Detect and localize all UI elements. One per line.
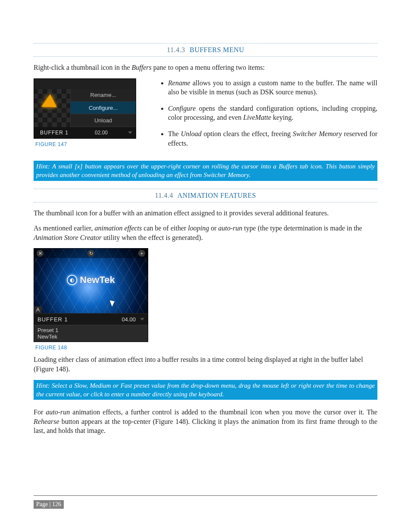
buffer-time[interactable]: 02.00: [75, 130, 128, 136]
buffer-label: BUFFER 1: [34, 130, 75, 136]
text: keying.: [271, 114, 293, 121]
text: For: [34, 408, 46, 416]
page-footer: Page | 126: [34, 500, 64, 509]
figure-148: ✕ ↻ + ◐ NewTek A BUFFER 1 04.00 Preset 1…: [34, 248, 148, 342]
section-heading-animation: 11.4.4 ANIMATION FEATURES: [34, 189, 377, 202]
text-em: auto-run: [46, 408, 70, 416]
text: button appears at the top-center (Figure…: [34, 418, 377, 435]
buffers-bullets: Rename allows you to assign a custom nam…: [156, 78, 377, 148]
buffer-label: BUFFER 1: [37, 316, 89, 323]
section-number: 11.4.3: [167, 46, 185, 53]
after-148: Loading either class of animation effect…: [34, 355, 377, 373]
fig147-top: [34, 79, 136, 89]
loop-icon[interactable]: ↻: [87, 250, 94, 257]
text-em: auto-run: [218, 224, 243, 232]
plus-icon[interactable]: +: [138, 250, 145, 257]
text: As mentioned earlier,: [34, 224, 95, 232]
hint-time-control: Hint: Select a Slow, Medium or Fast pres…: [34, 380, 377, 400]
text-em: Unload: [181, 130, 202, 137]
text: type (the type determination is made in …: [243, 224, 362, 232]
section-number: 11.4.4: [155, 192, 173, 199]
text-em: LiveMatte: [243, 114, 271, 121]
text: or: [209, 224, 218, 232]
autorun-paragraph: For auto-run animation effects, a furthe…: [34, 408, 377, 436]
footer-rule: [34, 495, 377, 496]
animation-thumbnail[interactable]: ✕ ↻ + ◐ NewTek A: [34, 249, 148, 313]
text: can be of either: [142, 224, 188, 232]
preset-line1: Preset 1: [37, 327, 144, 333]
anim-p1: The thumbnail icon for a buffer with an …: [34, 208, 377, 218]
text-em: animation effects: [95, 224, 142, 232]
figure-147: Rename... Configure... Unload BUFFER 1 0…: [34, 78, 136, 139]
brand-text: NewTek: [80, 274, 115, 286]
menu-unload[interactable]: Unload: [71, 114, 136, 127]
bullet-rename: Rename allows you to assign a custom nam…: [168, 78, 377, 97]
anim-p2: As mentioned earlier, animation effects …: [34, 224, 377, 242]
a-tag: A: [34, 306, 42, 313]
preset-label[interactable]: Preset 1 NewTek: [34, 325, 148, 342]
text: allows you to assign a custom name to th…: [168, 79, 377, 96]
menu-configure[interactable]: Configure...: [71, 102, 136, 114]
brand-logo: ◐ NewTek: [67, 274, 115, 286]
text-em: Configure: [168, 105, 196, 112]
preset-line2: NewTek: [37, 333, 144, 340]
text-em: Rename: [168, 79, 190, 87]
bullet-unload: The Unload option clears the effect, fre…: [168, 129, 377, 148]
text: Right-click a thumbnail icon in the: [34, 64, 132, 71]
buffer-thumbnail[interactable]: [34, 89, 70, 127]
figure-147-caption: FIGURE 147: [35, 141, 146, 147]
text-em: Buffers: [132, 64, 152, 71]
text: option clears the effect, freeing: [202, 130, 293, 137]
text: animation effects, a further control is …: [70, 408, 377, 416]
text-em: looping: [188, 224, 209, 232]
menu-rename[interactable]: Rename...: [71, 89, 136, 102]
bullet-configure: Configure opens the standard configurati…: [168, 104, 377, 122]
text-em: Animation Store Creator: [34, 234, 102, 241]
text: utility when the effect is generated).: [102, 234, 203, 241]
text: The: [168, 130, 181, 137]
hint-unload-x: Hint: A small [x] button appears over th…: [34, 161, 377, 181]
chevron-down-icon[interactable]: [128, 131, 132, 134]
text-em: Rehearse: [34, 418, 59, 425]
figure-148-caption: FIGURE 148: [35, 345, 377, 351]
section-heading-buffers: 11.4.3 BUFFERS MENU: [34, 43, 377, 57]
section-title: ANIMATION FEATURES: [177, 192, 256, 199]
brand-circle-icon: ◐: [67, 275, 77, 285]
context-menu: Rename... Configure... Unload: [70, 89, 136, 127]
buffer-time[interactable]: 04.00: [89, 316, 136, 323]
section-title: BUFFERS MENU: [190, 46, 244, 53]
chevron-down-icon[interactable]: [140, 318, 144, 320]
text-em: Switcher Memory: [293, 130, 342, 137]
intro-buffers: Right-click a thumbnail icon in the Buff…: [34, 63, 377, 72]
close-icon[interactable]: ✕: [37, 250, 44, 257]
text: pane to open a menu offering two items:: [152, 64, 265, 71]
